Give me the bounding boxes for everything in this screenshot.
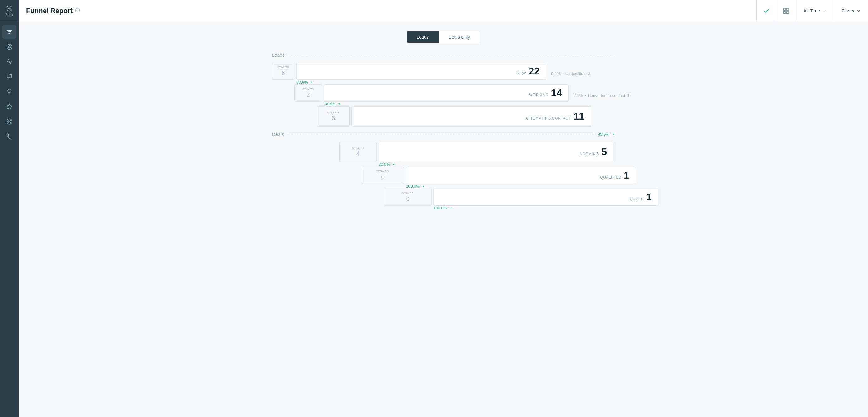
sidebar: Back (0, 0, 19, 417)
svg-point-7 (9, 45, 10, 46)
working-stayed-box: STAYED 2 (294, 85, 322, 101)
incoming-stayed-value: 4 (356, 150, 360, 157)
incoming-conversion-pct: 20.0% (378, 162, 390, 167)
leads-section-label: Leads (272, 52, 615, 58)
incoming-conv-row: 20.0% ▾ (339, 162, 614, 167)
back-label: Back (6, 13, 13, 17)
incoming-stage-row: STAYED 4 INCOMING 5 20. (339, 142, 682, 167)
quote-stage-main: STAYED 0 QUOTE 1 100.0% (384, 188, 658, 210)
new-side-pct: 9.1% (551, 71, 560, 76)
working-side-arrow: › (585, 93, 586, 97)
sidebar-nav (0, 22, 19, 147)
working-side-text: Converted to contact: 1 (588, 93, 630, 98)
new-chevron-icon: ▾ (311, 81, 312, 84)
svg-rect-17 (783, 8, 785, 10)
content-area: Leads Deals Only Leads STAYED 6 (19, 22, 868, 417)
leads-divider (288, 55, 615, 55)
qualified-stayed-label: STAYED (377, 170, 389, 173)
sidebar-item-funnel[interactable] (2, 25, 16, 39)
new-stayed-value: 6 (281, 69, 285, 77)
deals-conversion-pct: 45.5% (598, 132, 610, 137)
quote-conv-row: 100.0% ▾ (384, 206, 658, 210)
new-stayed-box: STAYED 6 (272, 63, 294, 80)
svg-point-11 (7, 119, 12, 124)
svg-point-6 (8, 46, 9, 47)
page-title: Funnel Report (26, 7, 72, 15)
new-stage-bar[interactable]: NEW 22 (296, 63, 546, 80)
working-stage-bar[interactable]: WORKING 14 (324, 85, 568, 101)
attempting-funnel-row: STAYED 6 ATTEMPTING CONTACT 11 (317, 106, 591, 126)
qualified-conv-row: 100.0% ▾ (362, 184, 636, 188)
working-stage-name: WORKING (529, 93, 548, 97)
header: Funnel Report (19, 0, 868, 22)
funnel-container: Leads STAYED 6 NEW 22 (272, 52, 615, 210)
working-stage-main: STAYED 2 WORKING 14 78. (294, 85, 568, 106)
svg-rect-19 (787, 11, 788, 13)
quote-funnel-row: STAYED 0 QUOTE 1 (384, 188, 658, 206)
sidebar-item-flag[interactable] (2, 70, 16, 84)
info-icon[interactable] (75, 8, 80, 14)
working-side-info: 7.1% › Converted to contact: 1 (568, 93, 637, 98)
quote-stayed-label: STAYED (402, 192, 414, 195)
qualified-stage-bar-inner: QUALIFIED 1 (600, 170, 629, 181)
incoming-stage-bar[interactable]: INCOMING 5 (378, 142, 614, 162)
sidebar-item-lightbulb[interactable] (2, 85, 16, 98)
attempting-stage-bar[interactable]: ATTEMPTING CONTACT 11 (351, 106, 591, 126)
svg-point-12 (8, 120, 11, 123)
attempting-stage-main: STAYED 6 ATTEMPTING CONTACT 11 (317, 106, 591, 126)
attempting-stayed-box: STAYED 6 (317, 106, 349, 126)
incoming-stage-bar-inner: INCOMING 5 (579, 146, 607, 158)
qualified-funnel-row: STAYED 0 QUALIFIED 1 (362, 167, 636, 184)
working-stage-row: STAYED 2 WORKING 14 78. (294, 85, 637, 106)
attempting-stayed-value: 6 (332, 115, 335, 122)
grid-view-button[interactable] (776, 0, 796, 22)
new-stage-name: NEW (517, 71, 526, 76)
back-button[interactable]: Back (0, 0, 19, 22)
working-stage-bar-inner: WORKING 14 (529, 87, 562, 99)
leads-label-text: Leads (272, 52, 285, 58)
incoming-chevron-icon: ▾ (393, 163, 395, 166)
new-side-text: Unqualified: 2 (565, 71, 590, 76)
time-filter-button[interactable]: All Time (796, 0, 834, 22)
sidebar-item-palette[interactable] (2, 40, 16, 54)
quote-stayed-value: 0 (406, 196, 409, 203)
filters-button[interactable]: Filters (834, 0, 868, 22)
new-stage-main: STAYED 6 NEW 22 63.6% (272, 63, 546, 85)
attempting-stage-bar-inner: ATTEMPTING CONTACT 11 (526, 111, 585, 122)
incoming-stage-name: INCOMING (579, 152, 599, 156)
deals-only-toggle[interactable]: Deals Only (439, 31, 480, 43)
deals-label-text: Deals (272, 131, 284, 137)
incoming-stayed-box: STAYED 4 (339, 142, 377, 162)
working-stayed-value: 2 (306, 91, 310, 98)
attempting-stayed-label: STAYED (328, 111, 339, 114)
sidebar-item-target[interactable] (2, 115, 16, 128)
working-stage-count: 14 (551, 87, 562, 99)
svg-rect-20 (783, 11, 785, 13)
sidebar-item-phone[interactable] (2, 130, 16, 143)
leads-toggle[interactable]: Leads (407, 31, 439, 43)
quote-stage-row: STAYED 0 QUOTE 1 100.0% (384, 188, 727, 210)
working-side-pct: 7.1% (574, 93, 583, 98)
quote-stage-name: QUOTE (630, 197, 644, 201)
working-conversion-pct: 78.6% (324, 101, 335, 106)
main-area: Funnel Report (19, 0, 868, 417)
quote-stage-bar[interactable]: QUOTE 1 (433, 188, 658, 206)
new-side-arrow: › (562, 71, 564, 76)
incoming-stage-main: STAYED 4 INCOMING 5 20. (339, 142, 614, 167)
sidebar-item-activity[interactable] (2, 55, 16, 68)
qualified-stayed-box: STAYED 0 (362, 167, 404, 184)
qualified-stage-row: STAYED 0 QUALIFIED 1 10 (362, 167, 705, 188)
sidebar-item-star[interactable] (2, 100, 16, 114)
header-actions: All Time Filters (756, 0, 868, 22)
svg-point-13 (9, 121, 10, 122)
attempting-stage-name: ATTEMPTING CONTACT (526, 116, 571, 121)
working-conv-row: 78.6% ▾ (294, 101, 568, 106)
list-view-button[interactable] (757, 0, 776, 22)
qualified-conversion-pct: 100.0% (406, 184, 420, 188)
new-conv-right: 63.6% ▾ (296, 80, 312, 85)
qualified-stage-count: 1 (624, 170, 629, 181)
qualified-stage-main: STAYED 0 QUALIFIED 1 10 (362, 167, 636, 188)
new-conv-row: 63.6% ▾ (272, 80, 546, 85)
qualified-stage-bar[interactable]: QUALIFIED 1 (406, 167, 636, 184)
deals-chevron: ▾ (613, 132, 615, 136)
